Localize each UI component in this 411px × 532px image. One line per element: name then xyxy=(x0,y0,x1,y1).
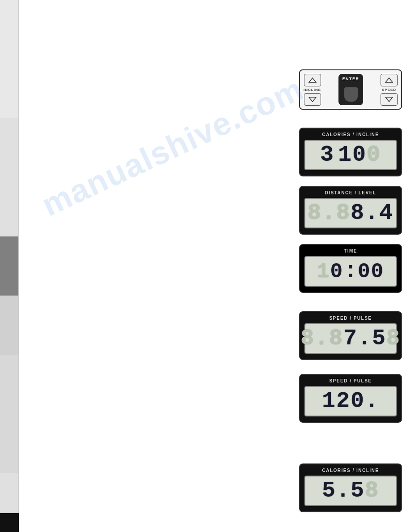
sidebar-section-3 xyxy=(0,118,19,177)
display-distance-level: DISTANCE / LEVEL 8.8 8.4 xyxy=(299,186,402,235)
display-header-3: TIME xyxy=(304,249,397,253)
seg-dim-3: 1 xyxy=(317,262,330,282)
svg-marker-3 xyxy=(385,97,393,102)
seg-value-3: 0 xyxy=(330,262,343,282)
display-time: TIME 1 0 : 00 xyxy=(299,244,402,293)
display-screen-3: 1 0 : 00 xyxy=(304,256,397,287)
display-row-4: 8.8 7.5 8 xyxy=(300,327,401,350)
display-calories-incline-1: CALORIES / INCLINE 3 10 0 xyxy=(299,128,402,176)
display-header-2: DISTANCE / LEVEL xyxy=(304,190,397,195)
display-speed-pulse-2: SPEED / PULSE 120. xyxy=(299,374,402,423)
svg-marker-1 xyxy=(309,97,316,102)
seg-value-5: 120. xyxy=(322,390,379,412)
sidebar-section-4 xyxy=(0,177,19,236)
seg-dim-4b: 8 xyxy=(386,327,401,350)
seg-value-2: 8.4 xyxy=(351,202,394,224)
sidebar xyxy=(0,0,19,532)
enter-button[interactable]: ENTER xyxy=(338,74,363,105)
bottom-black-square xyxy=(0,513,19,532)
display-row-2: 8.8 8.4 xyxy=(308,202,394,224)
display-screen-6: 5.5 8 xyxy=(304,476,397,506)
display-border-5: SPEED / PULSE 120. xyxy=(299,374,402,423)
speed-down-button[interactable] xyxy=(381,93,398,106)
display-row-1: 3 10 0 xyxy=(320,144,381,166)
enter-label: ENTER xyxy=(342,77,359,81)
display-row-5: 120. xyxy=(322,390,379,412)
display-border-3: TIME 1 0 : 00 xyxy=(299,244,402,293)
watermark: manualshive.com xyxy=(36,95,315,352)
seg-dim-6: 8 xyxy=(365,480,379,502)
incline-down-button[interactable] xyxy=(304,93,321,106)
seg-value-4: 7.5 xyxy=(343,327,386,350)
seg-value-1: 3 xyxy=(320,144,334,166)
speed-label: SPEED xyxy=(382,88,396,92)
main-content: manualshive.com INCLINE ENTER xyxy=(19,0,411,532)
display-speed-pulse-1: SPEED / PULSE 8.8 7.5 8 xyxy=(299,311,402,360)
incline-label: INCLINE xyxy=(304,88,321,92)
display-row-3: 1 0 : 00 xyxy=(317,260,384,283)
display-border-1: CALORIES / INCLINE 3 10 0 xyxy=(299,128,402,176)
seg-dim-1: 0 xyxy=(367,144,381,166)
seg-value-3b: 00 xyxy=(358,262,384,282)
seg-value-6: 5.5 xyxy=(322,480,365,502)
sidebar-section-7 xyxy=(0,355,19,414)
display-border-6: CALORIES / INCLINE 5.5 8 xyxy=(299,463,402,512)
sidebar-section-2 xyxy=(0,59,19,118)
incline-up-button[interactable] xyxy=(304,74,321,86)
sidebar-section-8 xyxy=(0,414,19,473)
seg-value-1b: 10 xyxy=(338,144,367,166)
svg-marker-0 xyxy=(309,78,316,82)
sidebar-section-5 xyxy=(0,236,19,296)
display-header-1: CALORIES / INCLINE xyxy=(304,132,397,137)
speed-control-group: SPEED xyxy=(381,74,398,106)
colon-3: : xyxy=(344,260,357,283)
display-screen-2: 8.8 8.4 xyxy=(304,198,397,228)
display-header-4: SPEED / PULSE xyxy=(304,316,397,321)
svg-marker-2 xyxy=(385,78,393,82)
display-row-6: 5.5 8 xyxy=(322,480,379,502)
display-screen-4: 8.8 7.5 8 xyxy=(304,323,397,354)
seg-dim-4a: 8.8 xyxy=(300,327,343,350)
speed-up-button[interactable] xyxy=(381,74,398,86)
incline-control-group: INCLINE xyxy=(304,74,321,106)
sidebar-section-6 xyxy=(0,296,19,355)
enter-key-shape xyxy=(344,87,358,102)
display-screen-5: 120. xyxy=(304,386,397,416)
control-panel-inner: INCLINE ENTER SPEED xyxy=(299,69,402,110)
display-border-2: DISTANCE / LEVEL 8.8 8.4 xyxy=(299,186,402,235)
control-panel: INCLINE ENTER SPEED xyxy=(299,69,402,114)
display-screen-1: 3 10 0 xyxy=(304,140,397,170)
sidebar-section-1 xyxy=(0,0,19,59)
display-calories-incline-2: CALORIES / INCLINE 5.5 8 xyxy=(299,463,402,512)
display-border-4: SPEED / PULSE 8.8 7.5 8 xyxy=(299,311,402,360)
seg-dim-2: 8.8 xyxy=(308,202,351,224)
display-header-5: SPEED / PULSE xyxy=(304,378,397,383)
display-header-6: CALORIES / INCLINE xyxy=(304,468,397,473)
